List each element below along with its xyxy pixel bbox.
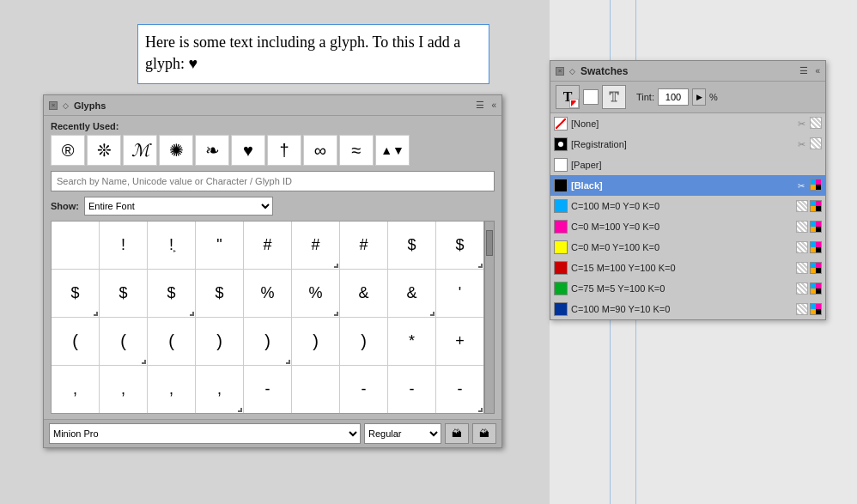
swatch-cmyk-icon bbox=[810, 282, 822, 295]
swatch-color-cyan bbox=[554, 199, 568, 213]
glyph-cell[interactable]: $ bbox=[388, 222, 435, 269]
glyph-cell[interactable]: , bbox=[196, 366, 243, 413]
swatch-name-red: C=15 M=100 Y=100 K=0 bbox=[571, 263, 793, 273]
glyph-cell[interactable]: & bbox=[340, 270, 387, 317]
glyph-cell[interactable]: , bbox=[148, 366, 195, 413]
swatches-panel-title: Swatches bbox=[580, 65, 628, 77]
recent-glyph-0[interactable]: ® bbox=[51, 135, 85, 166]
glyphs-panel: × ◇ Glyphs ☰ « Recently Used: ® ❊ ℳ ✺ ❧ … bbox=[43, 94, 502, 448]
style-select[interactable]: Regular bbox=[364, 423, 441, 444]
recent-glyph-5[interactable]: ♥ bbox=[231, 135, 265, 166]
glyph-cell[interactable]: $ bbox=[196, 270, 243, 317]
glyph-cell[interactable]: ) bbox=[196, 318, 243, 365]
scissors-icon: ✂ bbox=[794, 137, 808, 151]
show-label: Show: bbox=[51, 201, 79, 211]
glyph-grid-container: ! !▸ " # # # $ $ $ $ $ $ % % & & ' ( ( bbox=[51, 221, 495, 414]
swatch-name-navy: C=100 M=90 Y=10 K=0 bbox=[571, 304, 793, 314]
glyph-cell[interactable]: # bbox=[340, 222, 387, 269]
swatch-color-red bbox=[554, 261, 568, 275]
swatches-menu-button[interactable]: ☰ bbox=[799, 65, 808, 76]
glyph-cell[interactable]: " bbox=[196, 222, 243, 269]
glyph-cell[interactable]: * bbox=[388, 318, 435, 365]
font-select[interactable]: Minion Pro bbox=[49, 423, 361, 444]
scrollbar-thumb[interactable] bbox=[486, 230, 493, 256]
glyphs-close-button[interactable]: × bbox=[49, 101, 58, 110]
glyph-cell[interactable]: !▸ bbox=[148, 222, 195, 269]
swatch-row-paper[interactable]: [Paper] bbox=[550, 155, 825, 175]
glyph-scrollbar[interactable] bbox=[484, 221, 495, 414]
tint-arrow-button[interactable]: ▶ bbox=[692, 88, 706, 106]
swatches-panel: × ◇ Swatches ☰ « T T Tint: ▶ % [Non bbox=[550, 60, 826, 320]
swatches-toolbar: T T Tint: ▶ % bbox=[550, 82, 825, 113]
glyph-cell[interactable]: $ bbox=[148, 270, 195, 317]
glyph-cell[interactable]: # bbox=[292, 222, 339, 269]
glyph-cell[interactable]: - bbox=[436, 366, 483, 413]
recent-glyph-4[interactable]: ❧ bbox=[195, 135, 229, 166]
swatch-cmyk-icon bbox=[810, 303, 822, 315]
none-checkbox[interactable] bbox=[583, 89, 599, 105]
zoom-in-button[interactable]: 🏔 bbox=[472, 423, 496, 444]
glyph-cell[interactable]: , bbox=[100, 366, 147, 413]
swatch-name-green: C=75 M=5 Y=100 K=0 bbox=[571, 283, 793, 294]
glyph-cell[interactable]: ) bbox=[244, 318, 291, 365]
swatch-name-black: [Black] bbox=[571, 180, 791, 191]
glyph-cell[interactable]: ) bbox=[340, 318, 387, 365]
fill-text-button[interactable]: T bbox=[556, 85, 580, 109]
swatch-cmyk-icon bbox=[810, 221, 822, 233]
recent-glyph-1[interactable]: ❊ bbox=[87, 135, 121, 166]
recent-glyph-9[interactable]: ▲▼ bbox=[375, 135, 410, 166]
stroke-text-button[interactable]: T bbox=[602, 85, 626, 109]
glyph-cell[interactable]: # bbox=[244, 222, 291, 269]
glyphs-collapse-button[interactable]: « bbox=[491, 100, 496, 110]
glyph-cell[interactable]: - bbox=[340, 366, 387, 413]
recent-glyph-7[interactable]: ∞ bbox=[303, 135, 337, 166]
swatch-row-registration[interactable]: [Registration] ✂ bbox=[550, 134, 825, 155]
swatch-row-none[interactable]: [None] ✂ bbox=[550, 113, 825, 134]
glyph-cell[interactable]: $ bbox=[100, 270, 147, 317]
glyph-cell[interactable]: & bbox=[388, 270, 435, 317]
glyph-cell[interactable]: $ bbox=[52, 270, 99, 317]
tint-input[interactable] bbox=[658, 88, 689, 106]
glyph-cell[interactable]: - bbox=[388, 366, 435, 413]
glyph-cell[interactable]: ' bbox=[436, 270, 483, 317]
zoom-out-button[interactable]: 🏔 bbox=[445, 423, 469, 444]
swatch-row-yellow[interactable]: C=0 M=0 Y=100 K=0 bbox=[550, 237, 825, 258]
glyph-cell[interactable]: , bbox=[52, 366, 99, 413]
glyph-cell[interactable]: ! bbox=[100, 222, 147, 269]
swatch-icons-green bbox=[796, 282, 822, 295]
glyph-cell[interactable]: % bbox=[292, 270, 339, 317]
tint-label: Tint: bbox=[636, 92, 654, 102]
glyph-cell[interactable]: ( bbox=[148, 318, 195, 365]
swatch-color-yellow bbox=[554, 240, 568, 254]
text-frame[interactable]: Here is some text including a glyph. To … bbox=[137, 24, 489, 84]
swatch-row-black[interactable]: [Black] ✂ bbox=[550, 175, 825, 196]
glyph-cell[interactable] bbox=[292, 366, 339, 413]
scissors-icon: ✂ bbox=[794, 117, 808, 131]
glyph-cell[interactable]: ( bbox=[100, 318, 147, 365]
glyph-cell[interactable]: % bbox=[244, 270, 291, 317]
glyphs-titlebar: × ◇ Glyphs ☰ « bbox=[44, 95, 501, 116]
swatches-collapse-button[interactable]: « bbox=[815, 66, 820, 76]
show-select[interactable]: Entire Font Basic Latin Latin-1 Suppleme… bbox=[84, 197, 273, 216]
swatch-row-red[interactable]: C=15 M=100 Y=100 K=0 bbox=[550, 258, 825, 278]
glyph-cell[interactable]: + bbox=[436, 318, 483, 365]
recent-glyph-8[interactable]: ≈ bbox=[339, 135, 374, 166]
glyph-cell[interactable]: - bbox=[244, 366, 291, 413]
swatch-name-cyan: C=100 M=0 Y=0 K=0 bbox=[571, 201, 793, 211]
recent-glyph-2[interactable]: ℳ bbox=[123, 135, 157, 166]
glyph-search-input[interactable] bbox=[51, 171, 495, 191]
swatch-row-cyan[interactable]: C=100 M=0 Y=0 K=0 bbox=[550, 196, 825, 216]
glyph-cell[interactable]: ) bbox=[292, 318, 339, 365]
glyph-cell[interactable]: ( bbox=[52, 318, 99, 365]
swatch-row-magenta[interactable]: C=0 M=100 Y=0 K=0 bbox=[550, 216, 825, 237]
swatch-row-navy[interactable]: C=100 M=90 Y=10 K=0 bbox=[550, 299, 825, 319]
swatches-close-button[interactable]: × bbox=[556, 67, 564, 76]
recent-glyph-6[interactable]: † bbox=[267, 135, 301, 166]
glyph-cell[interactable] bbox=[52, 222, 99, 269]
tint-percent: % bbox=[709, 92, 718, 102]
recent-glyph-3[interactable]: ✺ bbox=[159, 135, 193, 166]
glyph-cell[interactable]: $ bbox=[436, 222, 483, 269]
swatch-row-green[interactable]: C=75 M=5 Y=100 K=0 bbox=[550, 278, 825, 299]
swatch-type-icon bbox=[810, 117, 822, 129]
glyphs-menu-button[interactable]: ☰ bbox=[476, 100, 484, 111]
